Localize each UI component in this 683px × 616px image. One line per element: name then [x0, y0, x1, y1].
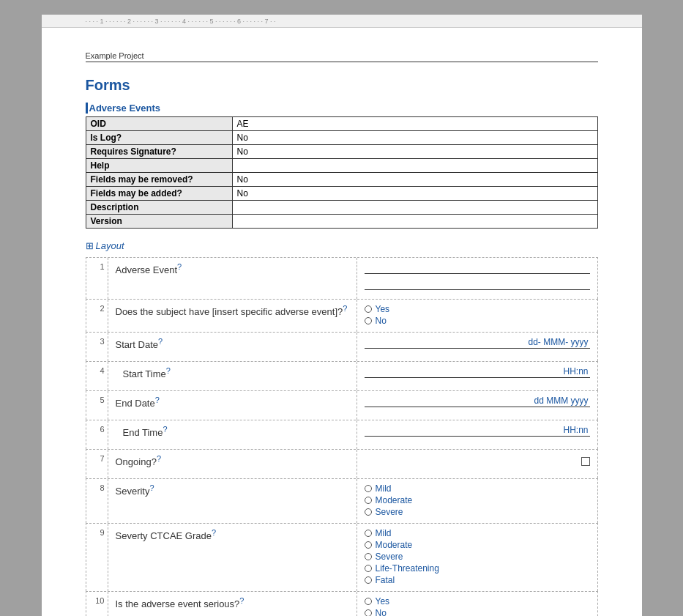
info-table-row: Is Log?No	[86, 131, 597, 145]
info-table-row: Requires Signature?No	[86, 145, 597, 159]
row-number: 1	[86, 258, 108, 299]
checkbox-icon[interactable]	[581, 457, 590, 466]
radio-circle-icon	[365, 497, 372, 504]
field-name: End Date?	[116, 398, 160, 409]
radio-label: Moderate	[376, 495, 413, 505]
info-table-row: OIDAE	[86, 117, 597, 131]
radio-circle-icon	[365, 530, 372, 537]
radio-option[interactable]: No	[365, 316, 590, 326]
row-number: 9	[86, 524, 108, 591]
radio-option[interactable]: Yes	[365, 596, 590, 606]
info-label: Fields may be removed?	[86, 173, 232, 187]
info-table-row: Fields may be added?No	[86, 187, 597, 201]
ruler-marks: · · · · 1 · · · · · · 2 · · · · · · 3 · …	[42, 18, 642, 25]
field-name: Start Date?	[116, 339, 163, 350]
info-table-row: Version	[86, 215, 597, 229]
info-label: Help	[86, 159, 232, 173]
radio-label: Life-Threatening	[376, 563, 439, 574]
form-row: 4Start Time?HH:nn	[86, 361, 598, 390]
text-input-line[interactable]	[365, 278, 590, 290]
info-value: No	[232, 187, 597, 201]
text-input-line[interactable]	[365, 262, 590, 274]
radio-label: Mild	[376, 528, 392, 538]
form-row: 5End Date?dd MMM yyyy	[86, 390, 598, 420]
row-control: dd MMM yyyy	[357, 391, 597, 420]
radio-label: Moderate	[376, 540, 413, 550]
radio-label: Severe	[376, 552, 403, 562]
radio-option[interactable]: Moderate	[365, 495, 590, 505]
radio-label: Mild	[376, 483, 392, 494]
row-control: MildModerateSevere	[357, 479, 597, 523]
row-control: HH:nn	[357, 362, 597, 390]
radio-label: Yes	[376, 596, 390, 606]
project-title: Example Project	[86, 51, 598, 62]
row-label: Start Date?	[108, 333, 357, 361]
radio-circle-icon	[365, 541, 372, 549]
radio-option[interactable]: Mild	[365, 483, 590, 494]
question-mark: ?	[163, 425, 167, 434]
row-label: Does the subject have [insert specific a…	[108, 300, 357, 332]
date-input[interactable]: HH:nn	[365, 366, 590, 378]
row-number: 4	[86, 362, 108, 390]
field-name: Ongoing??	[116, 456, 162, 467]
question-mark: ?	[166, 366, 171, 375]
row-label: Adverse Event?	[108, 258, 357, 299]
info-value	[232, 159, 597, 173]
info-value	[232, 201, 597, 215]
date-input[interactable]: dd MMM yyyy	[365, 396, 590, 407]
info-table-row: Help	[86, 159, 597, 173]
row-label: Is the adverse event serious??	[108, 592, 357, 616]
field-name: Adverse Event?	[116, 264, 182, 275]
layout-label: Layout	[96, 240, 124, 251]
layout-plus-icon[interactable]: ⊞	[86, 240, 94, 251]
row-control	[357, 450, 597, 478]
field-name: Does the subject have [insert specific a…	[116, 306, 348, 317]
field-name: Is the adverse event serious??	[116, 598, 245, 609]
row-control: MildModerateSevereLife-ThreateningFatal	[357, 524, 597, 591]
row-label: Severty CTCAE Grade?	[108, 524, 357, 591]
field-name: End Time?	[123, 427, 168, 438]
radio-label: Yes	[376, 304, 390, 314]
info-value: AE	[232, 117, 597, 131]
question-mark: ?	[212, 528, 216, 537]
row-number: 2	[86, 300, 108, 332]
row-label: Start Time?	[108, 362, 357, 390]
question-mark: ?	[157, 454, 161, 463]
radio-option[interactable]: Yes	[365, 304, 590, 314]
row-label: End Time?	[108, 420, 357, 449]
radio-label: No	[376, 316, 387, 326]
form-row: 10Is the adverse event serious??YesNo	[86, 591, 598, 616]
radio-circle-icon	[365, 576, 372, 584]
question-mark: ?	[158, 337, 163, 346]
radio-option[interactable]: Moderate	[365, 540, 590, 550]
field-name: Severty CTCAE Grade?	[116, 530, 217, 541]
date-input[interactable]: HH:nn	[365, 425, 590, 437]
question-mark: ?	[155, 396, 160, 404]
info-value: No	[232, 145, 597, 159]
field-name: Severity?	[116, 486, 154, 497]
date-input[interactable]: dd- MMM- yyyy	[365, 337, 590, 349]
radio-option[interactable]: No	[365, 608, 590, 616]
radio-option[interactable]: Severe	[365, 552, 590, 562]
info-value	[232, 215, 597, 229]
radio-label: No	[376, 608, 387, 616]
question-mark: ?	[239, 596, 244, 605]
radio-option[interactable]: Life-Threatening	[365, 563, 590, 574]
radio-circle-icon	[365, 565, 372, 572]
row-label: Severity?	[108, 479, 357, 523]
radio-option[interactable]: Mild	[365, 528, 590, 538]
radio-option[interactable]: Fatal	[365, 575, 590, 585]
content: Example Project Forms Adverse Events OID…	[86, 51, 598, 616]
radio-circle-icon	[365, 317, 372, 324]
row-label: End Date?	[108, 391, 357, 420]
radio-option[interactable]: Severe	[365, 507, 590, 517]
row-control: YesNo	[357, 592, 597, 616]
row-number: 10	[86, 592, 108, 616]
info-label: Fields may be added?	[86, 187, 232, 201]
radio-circle-icon	[365, 305, 372, 313]
form-row: 2Does the subject have [insert specific …	[86, 299, 598, 332]
question-mark: ?	[177, 262, 182, 271]
question-mark: ?	[343, 304, 347, 313]
row-label: Ongoing??	[108, 450, 357, 478]
form-row: 6End Time?HH:nn	[86, 420, 598, 449]
